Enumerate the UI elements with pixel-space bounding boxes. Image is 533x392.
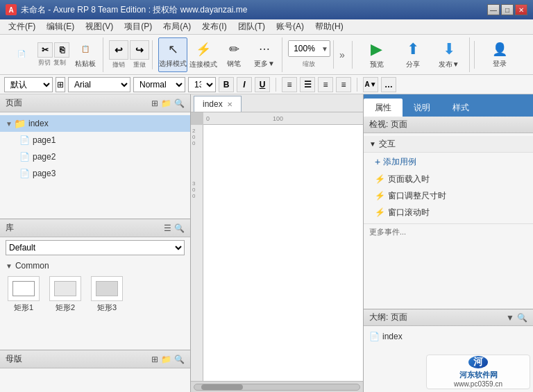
more-events-section: 更多事件... (364, 223, 533, 240)
ruler-mark-left-200: 200 (192, 128, 195, 146)
tree-label-page2: page2 (33, 152, 56, 162)
align-left-button[interactable]: ≡ (282, 77, 297, 92)
app-icon: A (6, 4, 17, 15)
event-load[interactable]: ⚡ 页面载入时 (364, 171, 533, 187)
more-button[interactable]: ⋯ 更多▼ (250, 37, 279, 72)
canvas-scroll-area[interactable]: 0 100 200 300 (191, 112, 363, 381)
tree-item-index[interactable]: ▼ 📁 index (0, 115, 190, 132)
publish-label: 发布▼ (439, 60, 459, 69)
menu-file[interactable]: 文件(F) (3, 19, 41, 34)
italic-button[interactable]: I (237, 77, 252, 92)
library-select[interactable]: Default (6, 240, 185, 255)
publish-icon: ⬇ (439, 40, 459, 58)
canvas-tab-index[interactable]: index ✕ (194, 96, 242, 112)
outline-search-button[interactable]: 🔍 (517, 313, 527, 323)
tree-item-page1[interactable]: 📄 page1 (0, 132, 190, 148)
font-style-select[interactable]: Normal (133, 77, 185, 92)
more-format-button[interactable]: … (381, 77, 396, 92)
plus-icon: + (375, 156, 380, 167)
align-justify-button[interactable]: ≡ (336, 77, 351, 92)
connect-mode-button[interactable]: ⚡ 连接模式 (189, 37, 218, 72)
outline-filter-button[interactable]: ▼ (506, 313, 514, 323)
menu-help[interactable]: 帮助(H) (310, 19, 349, 34)
canvas-hscroll[interactable] (191, 381, 363, 392)
library-search-button[interactable]: 🔍 (174, 223, 185, 233)
maximize-button[interactable]: □ (501, 4, 514, 15)
canvas-content[interactable] (203, 125, 363, 381)
section-arrow[interactable]: ▼ (6, 262, 12, 270)
zoom-control[interactable]: ▼ (288, 40, 330, 57)
align-center-button[interactable]: ☰ (300, 77, 315, 92)
minimize-button[interactable]: — (487, 4, 500, 15)
paste-button[interactable]: 📋 粘贴板 (71, 37, 100, 72)
connect-label: 连接模式 (189, 60, 217, 69)
close-button[interactable]: ✕ (515, 4, 527, 15)
masters-header-icons: ⊞ 📁 🔍 (151, 355, 185, 364)
tree-expand-index[interactable]: ▼ (6, 120, 14, 128)
style-icon-button[interactable]: ⊞ (56, 77, 65, 92)
library-item-rect1[interactable]: 矩形1 (6, 276, 42, 313)
sketch-button[interactable]: ✏ 钢笔 (219, 37, 248, 72)
select-icon: ↖ (164, 41, 181, 58)
library-item-rect3[interactable]: 矩形3 (89, 276, 125, 313)
event-scroll[interactable]: ⚡ 窗口滚动时 (364, 204, 533, 221)
event-resize[interactable]: ⚡ 窗口调整尺寸时 (364, 187, 533, 204)
outline-item-index[interactable]: 📄 index (369, 329, 527, 344)
hscroll-thumb[interactable] (201, 384, 243, 390)
undo-button[interactable]: ↩ (109, 40, 128, 60)
publish-button[interactable]: ⬇ 发布▼ (432, 37, 466, 72)
library-header-icons: ☰ 🔍 (164, 223, 185, 233)
zoom-dropdown[interactable]: ▼ (320, 45, 330, 53)
outline-header: 大纲: 页面 ▼ 🔍 (364, 309, 533, 326)
align-right-button[interactable]: ≡ (318, 77, 333, 92)
font-select[interactable]: Arial (68, 77, 130, 92)
style-preset-select[interactable]: 默认 (4, 77, 53, 92)
expand-toolbar-button[interactable]: » (337, 49, 348, 60)
mode-toolbar-group: ↖ 选择模式 ⚡ 连接模式 ✏ 钢笔 ⋯ 更多▼ (155, 37, 282, 72)
share-button[interactable]: ⬆ 分享 (396, 37, 430, 72)
copy-button[interactable]: ⎘ (54, 42, 69, 58)
underline-button[interactable]: U (255, 77, 270, 92)
redo-button[interactable]: ↪ (130, 40, 149, 60)
right-tab-properties[interactable]: 属性 (364, 99, 403, 117)
masters-add-button[interactable]: ⊞ (151, 355, 158, 364)
pages-title: 页面 (6, 97, 22, 109)
library-pane: 库 ☰ 🔍 Default ▼ Common 矩形1 (0, 219, 190, 350)
login-button[interactable]: 👤 登录 (479, 37, 521, 72)
library-section-label: Common (15, 261, 49, 271)
select-label: 选择模式 (159, 59, 187, 69)
menu-edit[interactable]: 编辑(E) (41, 19, 80, 34)
new-file-button[interactable]: 📄 (7, 37, 36, 72)
pages-search-button[interactable]: 🔍 (174, 99, 185, 108)
select-mode-button[interactable]: ↖ 选择模式 (158, 37, 187, 72)
zoom-input[interactable] (289, 41, 320, 56)
library-menu-button[interactable]: ☰ (164, 223, 171, 233)
preview-button[interactable]: ▶ 预览 (359, 37, 394, 72)
interaction-section-header[interactable]: ▼ 交互 (364, 136, 533, 153)
tree-item-page3[interactable]: 📄 page3 (0, 165, 190, 182)
pages-folder-button[interactable]: 📁 (161, 99, 171, 108)
menu-publish[interactable]: 发布(I) (196, 19, 232, 34)
right-tab-notes[interactable]: 说明 (403, 99, 441, 117)
right-tab-style[interactable]: 样式 (441, 99, 480, 117)
masters-search-button[interactable]: 🔍 (174, 355, 185, 364)
outline-item-label-index: index (382, 332, 403, 341)
bold-button[interactable]: B (219, 77, 234, 92)
add-case-button[interactable]: + 添加用例 (364, 153, 533, 171)
menu-view[interactable]: 视图(V) (80, 19, 119, 34)
tree-item-page2[interactable]: 📄 page2 (0, 148, 190, 165)
menu-layout[interactable]: 布局(A) (158, 19, 196, 34)
cut-button[interactable]: ✂ (37, 42, 53, 58)
menu-account[interactable]: 账号(A) (271, 19, 310, 34)
title-controls[interactable]: — □ ✕ (487, 4, 527, 15)
menu-team[interactable]: 团队(T) (232, 19, 271, 34)
font-size-select[interactable]: 13 (188, 77, 216, 92)
font-color-button[interactable]: A▼ (363, 77, 378, 92)
pages-add-button[interactable]: ⊞ (151, 99, 158, 108)
zoom-toolbar-group: ▼ 缩放 (285, 40, 334, 69)
masters-folder-button[interactable]: 📁 (161, 355, 171, 364)
menu-project[interactable]: 项目(P) (119, 19, 158, 34)
library-item-rect2[interactable]: 矩形2 (47, 276, 83, 313)
canvas-tab-close[interactable]: ✕ (227, 101, 232, 108)
hscroll-track[interactable] (194, 384, 360, 391)
